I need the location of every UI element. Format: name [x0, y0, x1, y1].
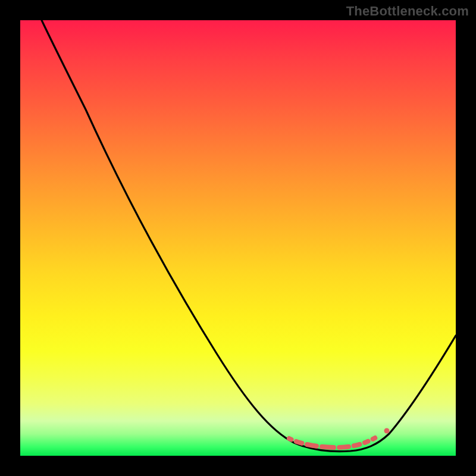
curve-path — [42, 20, 456, 452]
plot-area — [20, 20, 456, 456]
chart-frame: TheBottleneck.com — [0, 0, 476, 476]
bottleneck-curve — [20, 20, 456, 456]
watermark-text: TheBottleneck.com — [346, 4, 469, 19]
marker-dot — [384, 428, 390, 434]
